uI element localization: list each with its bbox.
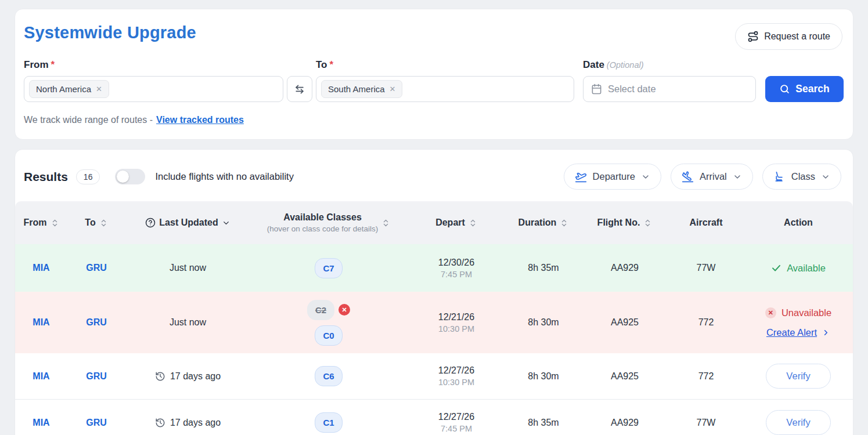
- to-airport-link[interactable]: GRU: [86, 263, 107, 273]
- toggle-knob: [117, 171, 129, 183]
- results-title: Results: [24, 170, 68, 184]
- sort-icon: [99, 219, 108, 227]
- header-to-label: To: [85, 217, 95, 228]
- to-tag-label: South America: [328, 84, 385, 94]
- to-tag: South America ✕: [321, 80, 402, 98]
- from-airport-link[interactable]: MIA: [33, 371, 49, 382]
- no-availability-toggle-label: Include flights with no availability: [155, 171, 293, 182]
- to-airport-link[interactable]: GRU: [86, 418, 107, 428]
- departure-filter-label: Departure: [593, 171, 635, 182]
- class-code-badge[interactable]: C1: [315, 412, 342, 433]
- availability-status-label: Available: [787, 263, 826, 274]
- sort-icon: [469, 219, 477, 227]
- request-route-button[interactable]: Request a route: [735, 23, 842, 50]
- depart-date: 12/30/26: [438, 258, 474, 268]
- header-depart[interactable]: Depart: [435, 217, 477, 228]
- class-code-badge[interactable]: C6: [315, 366, 342, 386]
- last-updated-text: 17 days ago: [170, 418, 221, 428]
- view-tracked-routes-link[interactable]: View tracked routes: [156, 115, 244, 125]
- header-aircraft-label: Aircraft: [690, 217, 723, 228]
- header-last-updated-label: Last Updated: [159, 217, 218, 228]
- depart-cell: 12/30/26 7:45 PM: [438, 258, 474, 279]
- from-airport-link[interactable]: MIA: [33, 418, 49, 428]
- header-action: Action: [784, 217, 813, 228]
- header-duration[interactable]: Duration: [518, 217, 569, 228]
- search-icon: [779, 84, 790, 95]
- last-updated-cell: Just now: [170, 317, 206, 328]
- aircraft-cell: 772: [698, 317, 714, 328]
- sort-desc-icon: [222, 219, 230, 227]
- depart-time: 10:30 PM: [438, 378, 474, 387]
- depart-time: 10:30 PM: [438, 324, 474, 334]
- create-alert-link[interactable]: Create Alert: [766, 327, 830, 338]
- class-code-badge[interactable]: C0: [315, 325, 342, 346]
- swap-from-to-button[interactable]: [287, 76, 312, 102]
- date-optional-note: (Optional): [607, 60, 644, 70]
- to-tag-remove-icon[interactable]: ✕: [390, 85, 396, 93]
- aircraft-cell: 77W: [697, 418, 716, 428]
- departure-filter-button[interactable]: Departure: [564, 164, 661, 190]
- class-code-badge[interactable]: C7: [315, 258, 342, 278]
- from-input[interactable]: North America ✕: [24, 76, 283, 102]
- last-updated-text: Just now: [170, 317, 206, 328]
- plane-takeoff-icon: [575, 171, 587, 183]
- results-panel: Results 16 Include flights with no avail…: [15, 149, 853, 435]
- plane-landing-icon: [682, 171, 694, 183]
- availability-status: ✕ Unavailable Create Alert: [765, 307, 831, 338]
- to-airport-link[interactable]: GRU: [86, 371, 107, 382]
- header-flight-no[interactable]: Flight No.: [597, 217, 653, 228]
- depart-time: 7:45 PM: [441, 270, 472, 279]
- header-available-classes-label: Available Classes: [283, 212, 362, 223]
- seat-icon: [773, 171, 786, 183]
- from-tag-remove-icon[interactable]: ✕: [96, 85, 102, 93]
- depart-date: 12/21/26: [438, 312, 474, 322]
- header-available-classes[interactable]: Available Classes (hover on class code f…: [267, 212, 390, 233]
- header-to[interactable]: To: [85, 217, 107, 228]
- history-icon: [155, 418, 165, 428]
- sort-icon: [643, 219, 652, 227]
- help-icon[interactable]: [145, 217, 156, 228]
- tracked-routes-text: We track wide range of routes -: [24, 115, 153, 125]
- page-title: Systemwide Upgrade: [24, 23, 196, 42]
- class-code-badge-struck[interactable]: C2: [307, 300, 334, 320]
- from-airport-link[interactable]: MIA: [33, 317, 49, 328]
- create-alert-label: Create Alert: [766, 327, 817, 338]
- swap-icon: [294, 84, 305, 95]
- request-route-label: Request a route: [764, 31, 830, 42]
- header-from[interactable]: From: [24, 217, 59, 228]
- flight-no-cell: AA929: [611, 418, 639, 428]
- verify-button[interactable]: Verify: [766, 364, 830, 389]
- header-action-label: Action: [784, 217, 813, 228]
- sort-icon: [381, 219, 390, 227]
- duration-cell: 8h 35m: [528, 418, 559, 428]
- arrival-filter-button[interactable]: Arrival: [671, 164, 753, 190]
- last-updated-cell: Just now: [170, 263, 206, 273]
- results-count-badge: 16: [76, 169, 100, 184]
- table-row: MIA GRU 17 days ago C6 12/27/26 10:30 PM…: [15, 353, 853, 400]
- flight-no-cell: AA925: [611, 317, 639, 328]
- to-input[interactable]: South America ✕: [316, 76, 574, 102]
- from-tag: North America ✕: [29, 80, 109, 98]
- date-input[interactable]: Select date: [583, 76, 756, 102]
- header-last-updated[interactable]: Last Updated: [145, 217, 230, 228]
- x-circle-icon: ✕: [338, 304, 350, 316]
- depart-cell: 12/27/26 10:30 PM: [438, 365, 474, 387]
- filter-group: Departure Arrival Class: [564, 164, 841, 190]
- chevron-down-icon: [733, 172, 742, 182]
- arrival-filter-label: Arrival: [700, 171, 727, 182]
- aircraft-cell: 77W: [697, 263, 716, 273]
- date-placeholder: Select date: [608, 84, 656, 95]
- no-availability-toggle[interactable]: [115, 169, 145, 184]
- to-required-mark: *: [330, 59, 334, 71]
- verify-button[interactable]: Verify: [766, 410, 830, 435]
- from-airport-link[interactable]: MIA: [33, 263, 49, 273]
- search-button[interactable]: Search: [765, 76, 844, 102]
- depart-date: 12/27/26: [438, 365, 474, 376]
- flight-no-cell: AA929: [611, 263, 639, 273]
- route-icon: [747, 31, 759, 42]
- header-flight-no-label: Flight No.: [597, 217, 640, 228]
- last-updated-text: Just now: [170, 263, 206, 273]
- class-filter-button[interactable]: Class: [762, 164, 841, 190]
- to-airport-link[interactable]: GRU: [86, 317, 107, 328]
- from-required-mark: *: [51, 59, 55, 71]
